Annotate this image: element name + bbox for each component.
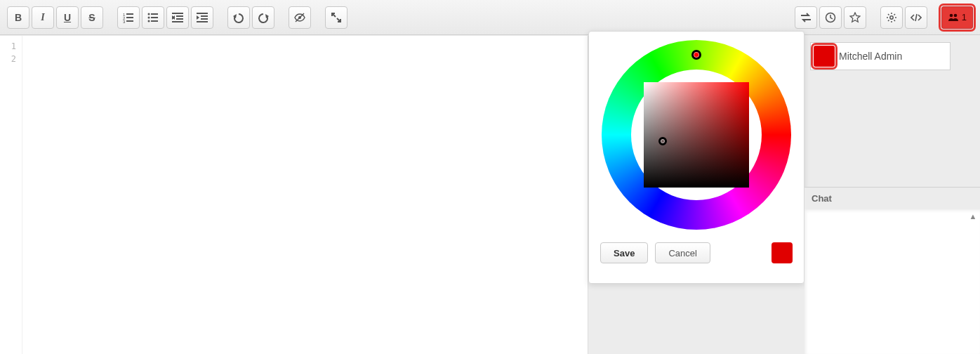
svg-point-32	[953, 13, 957, 17]
chat-title: Chat	[804, 188, 980, 209]
svg-rect-21	[201, 18, 208, 20]
svg-rect-16	[176, 18, 183, 20]
swap-icon	[800, 12, 812, 23]
chat-body[interactable]: ▲	[804, 209, 980, 354]
svg-rect-3	[126, 17, 133, 18]
collab-group	[795, 6, 866, 29]
sync-button[interactable]	[795, 6, 817, 29]
svg-rect-7	[151, 13, 158, 15]
indent-icon	[197, 12, 208, 23]
star-icon	[849, 12, 861, 23]
history-button[interactable]	[819, 6, 842, 29]
bold-button[interactable]: B	[7, 6, 29, 29]
sv-black-overlay	[644, 82, 749, 188]
code-editor[interactable]	[22, 36, 588, 354]
strike-button[interactable]: S	[81, 6, 103, 29]
text-style-group: B I U S	[7, 6, 103, 29]
sv-handle[interactable]	[658, 137, 667, 145]
svg-rect-11	[151, 20, 158, 22]
visibility-button[interactable]	[289, 6, 311, 29]
italic-button[interactable]: I	[32, 6, 54, 29]
users-count: 1	[962, 12, 967, 22]
svg-rect-20	[201, 15, 208, 17]
unordered-list-button[interactable]	[142, 6, 164, 29]
users-button[interactable]: 1	[941, 6, 973, 29]
svg-rect-9	[151, 17, 158, 18]
users-icon	[948, 12, 959, 23]
picker-actions: Save Cancel	[597, 242, 795, 263]
list-group: 123	[117, 6, 213, 29]
ordered-list-icon: 123	[123, 12, 134, 23]
line-gutter: 1 2	[0, 36, 22, 354]
fullscreen-group	[325, 6, 347, 29]
svg-rect-5	[126, 20, 133, 22]
svg-rect-1	[126, 13, 133, 15]
user-name-label: Mitchell Admin	[839, 51, 902, 62]
color-picker-panel: Save Cancel	[588, 31, 804, 284]
svg-marker-19	[197, 15, 199, 20]
embed-button[interactable]	[905, 6, 927, 29]
saturation-value-box[interactable]	[644, 82, 749, 188]
connected-user-row: Mitchell Admin	[810, 42, 951, 70]
indent-button[interactable]	[191, 6, 213, 29]
hue-handle[interactable]	[691, 50, 701, 60]
cancel-button[interactable]: Cancel	[655, 242, 710, 263]
color-wheel-wrap	[602, 40, 791, 230]
scroll-up-icon[interactable]: ▲	[967, 211, 979, 222]
svg-rect-17	[172, 21, 183, 22]
history-group	[227, 6, 274, 29]
outdent-button[interactable]	[166, 6, 189, 29]
svg-rect-18	[197, 13, 208, 14]
italic-icon: I	[41, 12, 44, 23]
undo-icon	[233, 12, 244, 23]
svg-rect-12	[172, 13, 183, 14]
eye-off-icon	[294, 12, 305, 23]
redo-icon	[258, 12, 269, 23]
underline-icon: U	[64, 12, 71, 23]
view-group	[289, 6, 311, 29]
svg-point-6	[148, 13, 150, 15]
ordered-list-button[interactable]: 123	[117, 6, 140, 29]
toolbar: B I U S 123	[0, 0, 980, 35]
settings-group	[880, 6, 927, 29]
svg-point-8	[148, 16, 150, 18]
line-number: 1	[0, 40, 22, 53]
svg-rect-22	[197, 21, 208, 22]
strike-icon: S	[88, 12, 95, 23]
clock-icon	[825, 12, 836, 23]
svg-text:3: 3	[123, 20, 126, 23]
current-color-swatch	[772, 242, 793, 263]
user-color-swatch[interactable]	[814, 46, 835, 67]
outdent-icon	[172, 12, 183, 23]
save-button[interactable]: Save	[600, 242, 648, 263]
settings-button[interactable]	[880, 6, 903, 29]
redo-button[interactable]	[252, 6, 274, 29]
line-number: 2	[0, 53, 22, 65]
star-button[interactable]	[844, 6, 866, 29]
svg-point-31	[949, 13, 953, 17]
code-icon	[911, 12, 922, 23]
editor-area: 1 2	[0, 36, 588, 354]
bold-icon: B	[15, 12, 22, 23]
svg-point-30	[890, 15, 893, 18]
gear-icon	[886, 12, 897, 23]
fullscreen-button[interactable]	[325, 6, 347, 29]
svg-point-10	[148, 20, 150, 22]
expand-icon	[331, 12, 342, 23]
undo-button[interactable]	[227, 6, 250, 29]
chat-panel: Chat ▲	[804, 187, 980, 354]
svg-rect-15	[176, 15, 183, 17]
underline-button[interactable]: U	[56, 6, 79, 29]
unordered-list-icon	[147, 12, 159, 23]
